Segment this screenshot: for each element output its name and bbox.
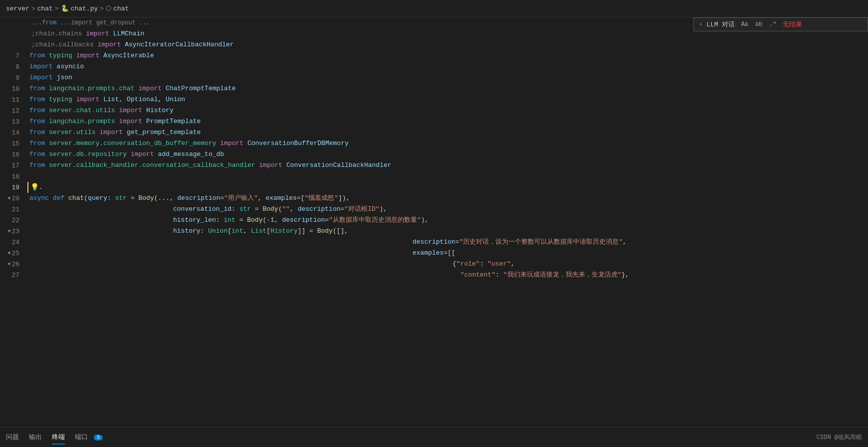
line-num-21: 21: [0, 204, 21, 215]
breadcrumb-sep3: >: [100, 5, 104, 12]
line-num-11: 11: [0, 94, 21, 105]
code-line-chain2: ;chain.callbacks import AsyncIteratorCal…: [29, 39, 868, 50]
line-num-7: 7: [0, 50, 21, 61]
code-lines: ... from ...import get_dropout ... ;chai…: [27, 17, 868, 427]
breadcrumb-chat1: chat: [37, 5, 53, 12]
breadcrumb-server: server: [6, 5, 29, 12]
code-line-25: examples =[[: [29, 248, 868, 259]
code-line-13: from langchain.prompts import PromptTemp…: [29, 116, 868, 127]
code-line-24: description = "历史对话，设为一个整数可以从数据库中读取历史消息"…: [29, 237, 868, 248]
line-num-18: 18: [0, 171, 21, 182]
tab-terminal[interactable]: 终端: [52, 431, 65, 445]
line-num-8: 8: [0, 61, 21, 72]
code-line-17: from server.callback_handler.conversatio…: [29, 160, 868, 171]
code-line-26: { "role" : "user" ,: [29, 259, 868, 270]
fold-arrow-23[interactable]: ▼: [7, 229, 10, 234]
code-line-18: [29, 171, 868, 182]
code-line-8: import asyncio: [29, 61, 868, 72]
code-line-15: from server.memory.conversation_db_buffe…: [29, 138, 868, 149]
line-num-22: 22: [0, 215, 21, 226]
search-opt-regex[interactable]: .*: [767, 20, 778, 28]
line-num-14: 14: [0, 127, 21, 138]
line-num-27: 27: [0, 270, 21, 281]
code-line-20: async def chat ( query : str = Body (...…: [29, 193, 868, 204]
search-bar: › LLM 对话 Aa ab .* 无结果: [693, 17, 868, 31]
code-line-21: conversation_id : str = Body ( "" , desc…: [29, 204, 868, 215]
tab-output[interactable]: 输出: [29, 431, 42, 445]
line-num-15: 15: [0, 138, 21, 149]
search-no-result: 无结果: [783, 20, 802, 29]
breadcrumb-sep2: >: [55, 5, 59, 12]
line-num-12: 12: [0, 105, 21, 116]
breadcrumb-file-icon: 🐍: [61, 4, 69, 12]
breadcrumb-bar: server > chat > 🐍 chat.py > ⬡ chat: [0, 0, 868, 17]
search-label: LLM 对话: [706, 20, 735, 29]
code-line-19: 💡 .: [29, 182, 868, 193]
code-line-10: from langchain.prompts.chat import ChatP…: [29, 83, 868, 94]
breadcrumb-sep1: >: [31, 5, 35, 12]
bottom-right-text: CSDN @临风而眠: [817, 433, 862, 442]
line-num-16: 16: [0, 149, 21, 160]
search-options: Aa ab .*: [739, 20, 778, 28]
code-line-22: history_len : int = Body ( -1 , descript…: [29, 215, 868, 226]
breadcrumb-symbol[interactable]: chat: [113, 5, 129, 12]
fold-arrow-20[interactable]: ▼: [7, 196, 10, 201]
code-line-27: "content" : "我们来玩成语接龙，我先来，生龙活虎" },: [29, 270, 868, 281]
fold-arrow-25[interactable]: ▼: [7, 251, 10, 256]
code-line-11: from typing import List, Optional, Union: [29, 94, 868, 105]
code-line-23: history : Union [ int , List [ History ]…: [29, 226, 868, 237]
lightbulb-icon[interactable]: 💡: [30, 182, 39, 193]
code-line-12: from server.chat.utils import History: [29, 105, 868, 116]
line-num-10: 10: [0, 83, 21, 94]
ports-badge: 5: [94, 435, 103, 441]
breadcrumb-sym-icon: ⬡: [106, 4, 111, 12]
line-num-26: ▼ 26: [0, 259, 21, 270]
search-opt-aa[interactable]: Aa: [739, 20, 750, 28]
code-area: 7 8 9 10 11 12 13 14 15 16 17 18 19 ▼ 20…: [0, 17, 868, 427]
search-chevron[interactable]: ›: [699, 21, 702, 28]
code-line-16: from server.db.repository import add_mes…: [29, 149, 868, 160]
line-num-13: 13: [0, 116, 21, 127]
code-line-9: import json: [29, 72, 868, 83]
panel-tabs: 问题 输出 终端 端口 5: [6, 431, 103, 445]
bottom-panel: 问题 输出 终端 端口 5 CSDN @临风而眠: [0, 427, 868, 447]
line-num-24: 24: [0, 237, 21, 248]
tab-issues[interactable]: 问题: [6, 431, 19, 445]
line-num-20: ▼ 20: [0, 193, 21, 204]
fold-arrow-26[interactable]: ▼: [7, 262, 10, 267]
editor-container: 7 8 9 10 11 12 13 14 15 16 17 18 19 ▼ 20…: [0, 17, 868, 427]
tab-ports[interactable]: 端口 5: [75, 431, 103, 445]
line-indicator-19: [27, 182, 28, 193]
line-gutter: 7 8 9 10 11 12 13 14 15 16 17 18 19 ▼ 20…: [0, 17, 27, 427]
line-num-25: ▼ 25: [0, 248, 21, 259]
line-num-19: 19: [0, 182, 21, 193]
line-num-9: 9: [0, 72, 21, 83]
line-num-17: 17: [0, 160, 21, 171]
code-line-14: from server.utils import get_prompt_temp…: [29, 127, 868, 138]
code-line-7: from typing import AsyncIterable: [29, 50, 868, 61]
search-opt-ab[interactable]: ab: [753, 20, 764, 28]
line-num-23: ▼ 23: [0, 226, 21, 237]
breadcrumb-file[interactable]: chat.py: [71, 5, 98, 12]
